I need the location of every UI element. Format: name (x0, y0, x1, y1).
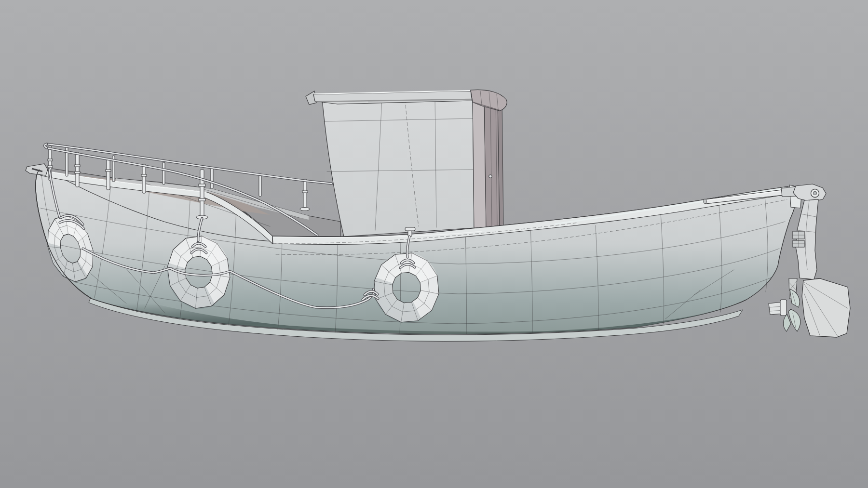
cabin-door-handle (489, 175, 492, 178)
boat-render (0, 0, 868, 488)
cabin-front-wall (322, 97, 474, 237)
rudder-blade (802, 278, 850, 337)
render-viewport (0, 0, 868, 488)
rudder-hinges (793, 231, 804, 247)
cabin-corner-bevel (473, 97, 486, 228)
